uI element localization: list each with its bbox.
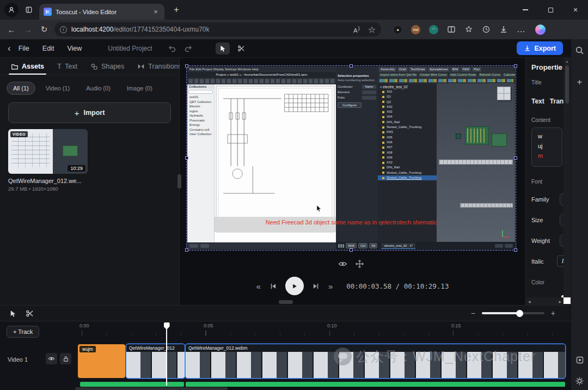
zoom-out-icon[interactable]: −: [471, 309, 475, 318]
zoom-slider[interactable]: [482, 312, 544, 314]
macro-button[interactable]: Add Control Node: [449, 73, 477, 77]
skip-next-icon[interactable]: [312, 282, 320, 290]
resize-handle[interactable]: [185, 156, 188, 160]
menu-edit[interactable]: Edit: [42, 45, 54, 52]
filter-pill[interactable]: All (1): [7, 82, 35, 95]
downloads-icon[interactable]: [499, 25, 508, 34]
filter-pill[interactable]: Image (0): [121, 82, 158, 94]
export-button[interactable]: Export: [517, 41, 563, 55]
freecad-tree-item[interactable]: DIN_Rail: [378, 165, 437, 170]
playhead[interactable]: [166, 322, 167, 386]
resize-handle[interactable]: [185, 248, 188, 252]
workbench-tab[interactable]: FEM: [461, 67, 471, 72]
properties-tab-text[interactable]: Text: [531, 97, 544, 105]
history-icon[interactable]: [482, 25, 491, 34]
timeline-scrollbar[interactable]: [75, 387, 571, 390]
import-button[interactable]: + Import: [8, 102, 171, 123]
freecad-tree-root[interactable]: ▾electric_test_02: [378, 84, 437, 89]
track-visibility-eye-icon[interactable]: [46, 353, 57, 364]
tab-transitions[interactable]: Transitions: [133, 58, 186, 75]
url-bar[interactable]: i localhost:4200/editor/1774152350404-ux…: [54, 22, 381, 36]
properties-horizontal-scrollbar[interactable]: ◀ ▶: [526, 297, 564, 305]
app-back-button[interactable]: ‹: [8, 43, 11, 54]
close-button[interactable]: ×: [563, 0, 588, 20]
qet-tree-item[interactable]: Electric: [187, 104, 214, 109]
scroll-up-icon[interactable]: ▲: [566, 60, 569, 63]
qet-search-input[interactable]: [188, 90, 213, 94]
workbench-tab[interactable]: TechDraw: [409, 67, 427, 72]
extension-icon-md[interactable]: md: [411, 25, 420, 34]
freecad-tree-item[interactable]: X08: [378, 150, 437, 155]
toggle-visibility-eye-icon[interactable]: [338, 259, 347, 269]
add-track-button[interactable]: + Track: [7, 326, 39, 338]
panel-resize-handle-horizontal[interactable]: [279, 300, 293, 304]
extension-icon-teal[interactable]: ◠: [429, 25, 438, 34]
site-info-icon[interactable]: i: [60, 26, 67, 33]
timeline-select-tool-icon[interactable]: [9, 309, 17, 318]
audio-waveform-bar[interactable]: [80, 382, 184, 387]
statusbar-button[interactable]: [505, 244, 513, 248]
properties-vertical-scrollbar[interactable]: ▲: [564, 58, 571, 297]
asset-thumbnail[interactable]: VIDEO 10:29: [8, 129, 88, 174]
move-tool-icon[interactable]: [355, 259, 364, 269]
qet-configure-button[interactable]: Configure: [338, 102, 362, 108]
timeline-cut-tool-icon[interactable]: [26, 309, 34, 318]
freecad-tree-item[interactable]: Q1: [378, 94, 437, 99]
freecad-tree-item[interactable]: Slotted_Cable_Trunking: [378, 125, 437, 130]
scroll-right-icon[interactable]: ▶: [559, 300, 561, 303]
freecad-tree-item[interactable]: Q2: [378, 100, 437, 105]
minimize-button[interactable]: [513, 0, 538, 20]
freecad-tree-item[interactable]: X07: [378, 145, 437, 150]
asset-card[interactable]: VIDEO 10:29 QetWireManager_012.we... 29.…: [8, 129, 88, 192]
freecad-tree-item[interactable]: X03: [378, 109, 437, 114]
timeline-clip-video[interactable]: QetWireManager_012.webm: [186, 344, 565, 378]
sidebar-search-icon[interactable]: [575, 46, 584, 55]
filter-pill[interactable]: Audio (0): [80, 82, 117, 94]
timeline-ruler[interactable]: 0:00 0:05 0:10 0:15: [75, 321, 571, 336]
freecad-tree-item[interactable]: X06: [378, 140, 437, 145]
resize-handle[interactable]: [185, 64, 188, 68]
freecad-tree-item[interactable]: X10: [378, 160, 437, 165]
resize-handle[interactable]: [514, 64, 517, 68]
resize-handle[interactable]: [350, 248, 353, 252]
browser-more-icon[interactable]: …: [517, 25, 525, 34]
tab-shapes[interactable]: Shapes: [86, 58, 128, 75]
maximize-button[interactable]: [538, 0, 563, 20]
undo-icon[interactable]: [168, 44, 176, 53]
scroll-left-icon[interactable]: ◀: [528, 300, 531, 303]
macro-button[interactable]: Create Wire Curve: [419, 73, 448, 77]
menu-view[interactable]: View: [67, 45, 82, 52]
freecad-document-tab[interactable]: electric_test_02 : 1*: [381, 243, 415, 249]
timeline-clip-text[interactable]: wujm: [78, 344, 125, 378]
freecad-tree-item[interactable]: X01: [378, 89, 437, 94]
forward-icon[interactable]: →: [22, 25, 34, 34]
panel-resize-handle-vertical[interactable]: [177, 174, 181, 188]
tab-close-icon[interactable]: ×: [151, 8, 160, 16]
sidebar-tools-icon[interactable]: [575, 356, 584, 364]
text-content-input[interactable]: wujm: [531, 127, 562, 167]
select-tool-button[interactable]: [216, 42, 230, 54]
jump-forward-icon[interactable]: »: [328, 282, 333, 291]
statusbar-button[interactable]: [495, 244, 503, 248]
navigation-cube[interactable]: [497, 87, 511, 100]
freecad-tree-item[interactable]: X04: [378, 114, 437, 119]
macro-button[interactable]: Import wires from Qet file: [379, 73, 418, 77]
qet-tree-item[interactable]: Pneumatic: [187, 118, 214, 123]
freecad-tree-item[interactable]: Slotted_Cable_Trunking: [378, 175, 437, 180]
add-favorite-star-icon[interactable]: ☆: [368, 25, 376, 35]
browser-tab[interactable]: Tooscut - Video Editor ×: [39, 4, 164, 20]
workbench-tab[interactable]: BIM: [451, 67, 460, 72]
macro-button[interactable]: Calculate Curve Length: [503, 73, 515, 77]
jump-back-icon[interactable]: «: [256, 282, 261, 291]
redo-icon[interactable]: [184, 44, 193, 53]
preview-video-frame[interactable]: File Edit Project Display Settings Windo…: [186, 65, 516, 251]
cut-tool-button[interactable]: [234, 42, 248, 54]
split-screen-icon[interactable]: [447, 25, 456, 34]
workspaces-icon[interactable]: [22, 3, 36, 17]
qet-tree-item[interactable]: logics: [187, 109, 214, 114]
extension-icon-dark[interactable]: ●: [393, 25, 402, 34]
workbench-tab[interactable]: Part: [472, 67, 481, 72]
favorites-icon[interactable]: [464, 25, 473, 34]
freecad-tree-item[interactable]: X09: [378, 155, 437, 160]
freecad-tree-item[interactable]: Slotted_Cable_Trunking: [378, 170, 437, 175]
